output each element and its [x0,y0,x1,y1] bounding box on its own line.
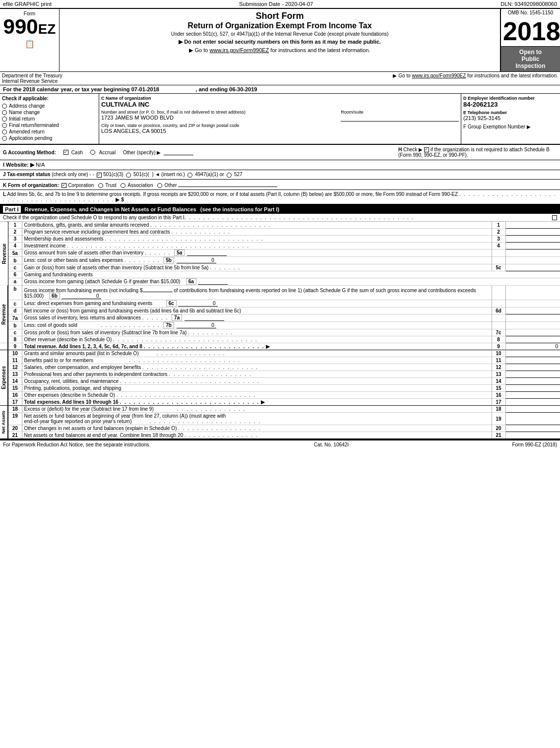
row-11-num: 11 [8,357,22,364]
l-section: L Add lines 5b, 6c, and 7b to line 9 to … [0,190,560,205]
name-change-item: Name change [2,110,97,115]
schedule-o-checkbox[interactable] [552,215,557,220]
org-name: CULTIVALA INC [101,101,459,108]
row-2: 2 Program service revenue including gove… [0,229,560,236]
row-8-linenum: 8 [492,336,505,343]
row-16-linenum: 16 [492,392,505,399]
row-11-value [505,357,560,364]
row-6b-desc: Gross income from fundraising events (no… [22,286,492,300]
row-17: 17 Total expenses. Add lines 10 through … [0,399,560,406]
dln-number: DLN: 93492098008060 [500,1,557,7]
row-14: 14 Occupancy, rent, utilities, and maint… [0,378,560,385]
address-change-radio[interactable] [2,104,7,109]
other-label: Other (specify) ▶ [123,150,161,155]
527-radio[interactable] [227,173,232,178]
4947-radio[interactable] [187,173,192,178]
room-value [341,115,459,122]
amended-return-radio[interactable] [2,129,7,134]
g-label: G Accounting Method: [3,150,56,155]
row-7b-linenum [492,322,505,329]
row-18: Net Assets 18 Excess or (deficit) for th… [0,406,560,413]
501c-radio[interactable] [126,173,131,178]
final-return-radio[interactable] [2,123,7,128]
form-number-block: Form 990 EZ 📋 [0,9,60,71]
other-org-radio[interactable] [157,183,162,188]
j-label: J Tax-exempt status [3,172,50,177]
row-6b-num: b [8,286,22,300]
row-7c: c Gross profit or (loss) from sales of i… [0,329,560,336]
application-pending-radio[interactable] [2,136,7,141]
schedule-o-text: Check if the organization used Schedule … [3,215,185,220]
short-form-title: Short Form [63,11,496,21]
row-11-desc: Benefits paid to or for members . . . . … [22,357,492,364]
501c-label: 501(c)( [133,172,149,177]
row-13: 13 Professional fees and other payments … [0,371,560,378]
row-6d-value [505,308,560,314]
main-data-table: Revenue 1 Contributions, gifts, grants, … [0,222,560,286]
fundraising-amount[interactable] [143,286,173,292]
schedule-o-dots: . . . . . . . . . . . . . . . . . . . . … [185,215,550,220]
row-12-desc: Salaries, other compensation, and employ… [22,364,492,371]
row-18-linenum: 18 [492,406,505,413]
other-input[interactable] [164,149,193,155]
row-6c-value [505,300,560,308]
row-7b-num: b [8,322,22,329]
row-20-desc: Other changes in net assets or fund bala… [22,425,492,432]
row-16-desc: Other expenses (describe in Schedule O) … [22,392,492,399]
row-8-num: 8 [8,336,22,343]
name-change-radio[interactable] [2,110,7,115]
row-19-linenum: 19 [492,413,505,425]
row-16: 16 Other expenses (describe in Schedule … [0,392,560,399]
accrual-radio[interactable] [90,150,95,155]
website-section: I Website: ▶ N/A [0,160,560,170]
501c3-checkbox[interactable] [97,173,102,178]
row-17-num: 17 [8,399,22,406]
initial-return-radio[interactable] [2,117,7,122]
row-20: 20 Other changes in net assets or fund b… [0,425,560,432]
row-6: 6 Gaming and fundraising events [0,271,560,278]
final-return-item: Final return/terminated [2,123,97,128]
row-21: 21 Net assets or fund balances at end of… [0,432,560,439]
row-5b-linenum [492,257,505,264]
row-5c: c Gain or (loss) from sale of assets oth… [0,264,560,271]
row-5b-num: b [8,257,22,264]
row-5a-linenum [492,249,505,257]
revenue-side-label: Revenue [0,222,8,286]
row-3-value [505,236,560,243]
corp-checkbox[interactable] [62,183,66,188]
row-3-desc: Membership dues and assessments . . . . … [22,236,492,243]
row-8-desc: Other revenue (describe in Schedule O) .… [22,336,492,343]
omb-no: OMB No. 1545-1150 [508,10,554,15]
other-org-input[interactable] [178,181,277,187]
insert-no: ) ◄ (insert no.) [152,172,185,177]
row-12-value [505,364,560,371]
trust-radio[interactable] [98,183,103,188]
row-13-value [505,371,560,378]
row-1-desc: Contributions, gifts, grants, and simila… [22,222,492,229]
f-group: F Group Exemption Number ▶ [463,124,558,129]
dept-text: Department of the TreasuryInternal Reven… [2,73,62,84]
footer: For Paperwork Reduction Act Notice, see … [0,439,560,449]
c-label: C Name of organization [101,96,459,101]
row-16-value [505,392,560,399]
row-14-num: 14 [8,378,22,385]
h-checkbox[interactable] [424,147,429,152]
open-to-public: Open toPublicInspection [501,47,560,71]
row-7c-linenum: 7c [492,329,505,336]
row-3-num: 3 [8,236,22,243]
row-9-desc: Total revenue. Add lines 1, 2, 3, 4, 5c,… [22,343,492,350]
net-assets-side-label: Net Assets [0,406,8,439]
row-2-value [505,229,560,236]
assoc-radio[interactable] [121,183,125,188]
row-5c-desc: Gain or (loss) from sale of assets other… [22,264,492,271]
net-assets-table: Net Assets 18 Excess or (deficit) for th… [0,406,560,439]
row-6d-linenum: 6d [492,308,505,314]
efile-label: efile GRAPHIC print [3,1,52,7]
cash-checkbox[interactable] [63,150,68,155]
calendar-year-row: For the 2018 calendar year, or tax year … [0,85,560,94]
row-7a: 7a Gross sales of inventory, less return… [0,314,560,322]
form-number: 990 [3,16,38,37]
accrual-label: Accrual [99,150,116,155]
row-6-num: 6 [8,271,22,278]
k-label: K Form of organization: [3,183,59,188]
